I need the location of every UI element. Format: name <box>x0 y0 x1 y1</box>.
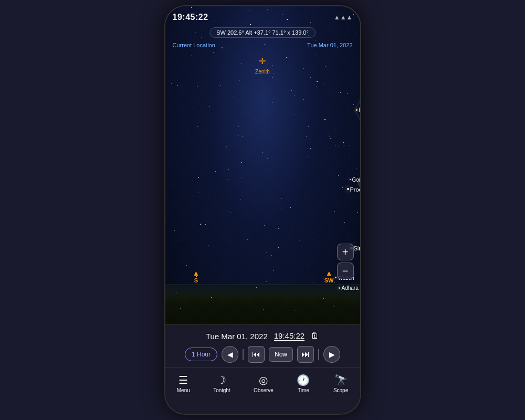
background-star <box>347 93 348 94</box>
background-star <box>356 168 356 169</box>
background-star <box>190 68 191 68</box>
background-star <box>344 222 345 223</box>
background-star <box>176 161 176 161</box>
interval-button[interactable]: 1 Hour <box>185 348 217 361</box>
background-star <box>262 152 262 153</box>
background-star <box>217 121 217 121</box>
star-dot <box>347 188 349 190</box>
background-star <box>356 120 357 120</box>
background-star <box>262 267 262 267</box>
sky-view[interactable]: 19:45:22 ▲▲▲ SW 202.6° Alt +37.1° 71.1° … <box>165 6 360 327</box>
compass-southwest: ▲ SW <box>324 269 334 284</box>
background-star <box>242 136 243 137</box>
background-star <box>182 128 182 128</box>
bottom-controls: Tue Mar 01, 2022 19:45:22 🗓 1 Hour ◀ ⏮ N… <box>165 324 360 414</box>
prev-button[interactable]: ◀ <box>222 346 238 363</box>
background-star <box>324 119 326 120</box>
zoom-out-button[interactable]: − <box>337 262 354 279</box>
background-star <box>303 99 304 100</box>
background-star <box>308 266 309 266</box>
divider2 <box>318 349 319 360</box>
background-star <box>178 240 179 240</box>
background-star <box>192 181 193 181</box>
background-star <box>226 146 227 146</box>
background-star <box>258 79 258 79</box>
background-star <box>228 169 229 170</box>
clock-time: 19:45:22 <box>173 13 208 22</box>
background-star <box>300 309 300 310</box>
background-star <box>335 145 335 146</box>
background-star <box>278 223 278 224</box>
background-star <box>264 91 265 91</box>
nav-scope[interactable]: 🔭 Scope <box>327 372 354 395</box>
background-star <box>278 228 279 229</box>
background-star <box>267 9 268 10</box>
nav-observe[interactable]: ◎ Observe <box>247 372 280 395</box>
skip-forward-button[interactable]: ⏭ <box>297 346 314 363</box>
nav-menu[interactable]: ☰ Menu <box>171 372 196 395</box>
background-star <box>269 180 270 180</box>
background-star <box>335 77 336 77</box>
calendar-icon[interactable]: 🗓 <box>311 331 319 341</box>
zenith-cross-icon: ✛ <box>255 56 270 66</box>
background-star <box>303 51 303 51</box>
background-star <box>338 146 339 147</box>
background-star <box>218 155 218 155</box>
background-star <box>286 57 287 58</box>
background-star <box>197 126 198 127</box>
background-star <box>195 32 196 33</box>
background-star <box>201 37 202 38</box>
background-star <box>250 24 251 25</box>
background-star <box>303 112 303 112</box>
background-star <box>199 77 200 77</box>
zoom-in-button[interactable]: + <box>337 244 354 260</box>
background-star <box>173 217 173 218</box>
background-star <box>230 243 231 243</box>
background-star <box>256 150 256 151</box>
background-star <box>334 129 334 130</box>
background-star <box>267 159 268 159</box>
background-star <box>288 10 288 10</box>
compass-south: ▲ S <box>193 269 200 284</box>
background-star <box>330 138 331 139</box>
star-dot <box>339 287 340 289</box>
svg-line-14 <box>355 110 360 159</box>
scope-label: Scope <box>333 387 348 393</box>
background-star <box>254 119 255 119</box>
top-bar: 19:45:22 ▲▲▲ <box>165 13 360 22</box>
background-star <box>269 247 270 247</box>
background-star <box>354 243 355 243</box>
zoom-controls: + − <box>337 244 354 279</box>
now-button[interactable]: Now <box>269 347 293 362</box>
background-star <box>271 255 272 256</box>
background-star <box>350 159 350 160</box>
background-star <box>360 72 360 72</box>
star-label: Gomeisa <box>352 177 360 183</box>
background-star <box>236 211 236 212</box>
background-star <box>272 258 273 258</box>
background-star <box>272 77 272 78</box>
top-date: Tue Mar 01, 2022 <box>307 42 352 48</box>
background-star <box>191 7 192 8</box>
background-star <box>329 136 330 137</box>
nav-tonight[interactable]: ☽ Tonight <box>207 372 236 395</box>
menu-label: Menu <box>177 387 190 393</box>
background-star <box>247 139 247 139</box>
play-button[interactable]: ▶ <box>323 346 340 363</box>
bottom-nav: ☰ Menu ☽ Tonight ◎ Observe 🕐 Time 🔭 Scop… <box>165 367 360 402</box>
background-star <box>292 228 293 228</box>
background-star <box>280 208 280 208</box>
background-star <box>193 196 193 197</box>
background-star <box>329 91 329 92</box>
background-star <box>238 127 239 127</box>
star-label: Pollux <box>359 107 360 113</box>
background-star <box>240 199 241 200</box>
background-star <box>220 85 222 86</box>
background-star <box>165 217 166 217</box>
background-star <box>334 211 335 212</box>
background-star <box>358 212 359 213</box>
datetime-time: 19:45:22 <box>274 331 304 341</box>
nav-time[interactable]: 🕐 Time <box>290 372 316 395</box>
zenith-marker: ✛ Zenith <box>255 56 270 76</box>
skip-back-button[interactable]: ⏮ <box>248 346 265 363</box>
